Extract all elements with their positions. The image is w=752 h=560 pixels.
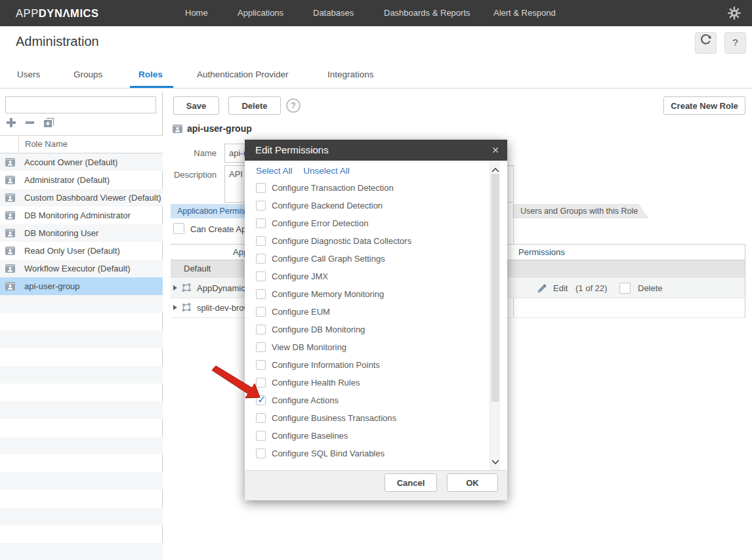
select-all-link[interactable]: Select All	[256, 166, 293, 176]
permission-checkbox[interactable]	[256, 449, 266, 458]
permission-checkbox[interactable]	[256, 395, 266, 405]
permission-row[interactable]: Configure Memory Monitoring	[256, 285, 466, 303]
role-row[interactable]: DB Monitoring Administrator	[0, 207, 163, 224]
scrollbar-thumb[interactable]	[491, 174, 499, 402]
role-name-column-header[interactable]: Role Name	[25, 136, 68, 153]
delete-permission-checkbox[interactable]	[619, 283, 631, 294]
permission-checkbox[interactable]	[256, 271, 266, 281]
permission-checkbox[interactable]	[256, 307, 266, 317]
tab-authentication-provider[interactable]: Authentication Provider	[197, 63, 289, 87]
name-label: Name	[151, 148, 217, 158]
close-icon[interactable]: ✕	[491, 140, 499, 161]
permission-checkbox[interactable]	[256, 218, 266, 228]
delete-button[interactable]: Delete	[228, 96, 281, 115]
help-button[interactable]: ?	[724, 32, 746, 54]
permission-row[interactable]: Configure Information Points	[256, 356, 466, 374]
role-name: api-user-group	[24, 281, 80, 291]
refresh-button[interactable]	[695, 32, 717, 54]
role-row-empty	[0, 437, 163, 454]
permissions-column-header[interactable]: Permissions	[518, 245, 565, 260]
role-row-empty	[0, 366, 163, 384]
permission-row[interactable]: Configure DB Monitoring	[256, 321, 466, 338]
permission-checkbox[interactable]	[256, 254, 266, 264]
expand-caret-icon[interactable]	[173, 305, 177, 310]
nav-dashboards-reports[interactable]: Dashboards & Reports	[384, 0, 470, 26]
permission-row[interactable]: Configure Diagnostic Data Collectors	[256, 232, 466, 250]
role-row-empty	[0, 543, 163, 560]
nav-applications[interactable]: Applications	[238, 0, 283, 26]
modal-scrollbar[interactable]	[490, 161, 500, 471]
role-help-icon[interactable]: ?	[286, 98, 301, 113]
duplicate-role-icon[interactable]	[43, 117, 56, 129]
permission-checkbox[interactable]	[256, 342, 266, 352]
permission-row[interactable]: View DB Monitoring	[256, 338, 466, 356]
can-create-applications-checkbox[interactable]	[173, 223, 184, 234]
role-row-empty	[0, 472, 163, 490]
edit-permissions-link[interactable]: Edit	[553, 279, 568, 298]
permission-checkbox[interactable]	[256, 360, 266, 370]
role-row[interactable]: Administrator (Default)	[0, 171, 163, 189]
unselect-all-link[interactable]: Unselect All	[303, 166, 350, 176]
role-row[interactable]: Read Only User (Default)	[0, 242, 163, 260]
role-name: Custom Dashboard Viewer (Default)	[24, 193, 161, 203]
permission-checkbox[interactable]	[256, 413, 266, 423]
nav-alert-respond[interactable]: Alert & Respond	[493, 0, 556, 26]
tab-users-groups-with-role[interactable]: Users and Groups with this Role	[512, 204, 649, 218]
permission-label: Configure JMX	[272, 271, 328, 281]
role-row[interactable]: Workflow Executor (Default)	[0, 260, 163, 277]
permission-row[interactable]: Configure Error Detection	[256, 214, 466, 232]
role-row-empty	[0, 401, 163, 419]
application-icon	[181, 302, 192, 315]
permission-row[interactable]: Configure Health Rules	[256, 374, 466, 391]
user-role-icon	[5, 229, 15, 237]
permission-row[interactable]: Configure Business Transactions	[256, 409, 466, 427]
roles-sidebar: Role Name Account Owner (Default)Adminis…	[0, 92, 163, 560]
permission-checkbox[interactable]	[256, 183, 266, 193]
nav-home[interactable]: Home	[185, 0, 208, 26]
permission-checkbox[interactable]	[256, 325, 266, 334]
modal-body: Select All Unselect All Configure Transa…	[245, 161, 507, 471]
role-row[interactable]: api-user-group	[0, 277, 163, 295]
permission-checkbox[interactable]	[256, 431, 266, 441]
tab-roles[interactable]: Roles	[138, 63, 163, 87]
tab-users[interactable]: Users	[17, 63, 40, 87]
settings-gear-icon[interactable]	[727, 6, 742, 23]
cancel-button[interactable]: Cancel	[385, 473, 437, 492]
permission-checkbox[interactable]	[256, 378, 266, 388]
add-role-icon[interactable]	[5, 117, 17, 129]
tab-groups[interactable]: Groups	[73, 63, 102, 87]
permission-checkbox[interactable]	[256, 236, 266, 246]
expand-caret-icon[interactable]	[173, 285, 177, 290]
save-button[interactable]: Save	[173, 96, 219, 115]
permission-label: Configure Backend Detection	[272, 201, 383, 210]
permission-row[interactable]: Configure Actions	[256, 391, 466, 409]
permission-label: View DB Monitoring	[272, 342, 346, 352]
role-row-empty	[0, 348, 163, 366]
scroll-down-icon[interactable]	[491, 456, 499, 468]
permission-checkbox[interactable]	[256, 289, 266, 299]
role-row[interactable]: Account Owner (Default)	[0, 153, 163, 171]
tab-integrations[interactable]: Integrations	[327, 63, 374, 87]
permission-row[interactable]: Configure Transaction Detection	[256, 179, 466, 197]
permission-row[interactable]: Configure SQL Bind Variables	[256, 445, 466, 462]
ok-button[interactable]: OK	[447, 473, 498, 492]
permission-row[interactable]: Configure EUM	[256, 303, 466, 321]
remove-role-icon[interactable]	[24, 117, 35, 129]
role-search-input[interactable]	[5, 96, 156, 113]
permission-row[interactable]: Configure Backend Detection	[256, 197, 466, 214]
create-new-role-button[interactable]: Create New Role	[663, 96, 745, 115]
appdynamics-logo[interactable]: APPDYNΛMICS	[16, 0, 99, 26]
modal-header[interactable]: Edit Permissions ✕	[245, 140, 507, 161]
permission-checkbox[interactable]	[256, 201, 266, 210]
permission-row[interactable]: Configure JMX	[256, 268, 466, 285]
permission-row[interactable]: Configure Call Graph Settings	[256, 250, 466, 268]
role-row-empty	[0, 384, 163, 401]
top-navigation-bar: APPDYNΛMICS Home Applications Databases …	[0, 0, 752, 26]
nav-databases[interactable]: Databases	[313, 0, 354, 26]
edit-pencil-icon[interactable]	[537, 283, 547, 296]
role-row[interactable]: DB Monitoring User	[0, 224, 163, 242]
role-name: Read Only User (Default)	[24, 246, 120, 256]
permission-label: Configure Error Detection	[272, 218, 368, 228]
permission-row[interactable]: Configure Baselines	[256, 427, 466, 445]
role-row[interactable]: Custom Dashboard Viewer (Default)	[0, 189, 163, 207]
